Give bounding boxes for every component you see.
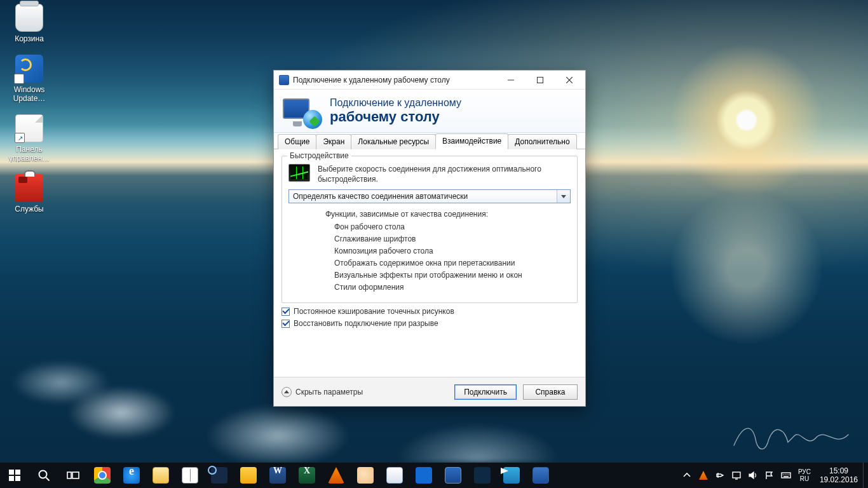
tray-clock[interactable]: 15:09 19.02.2016 (815, 466, 863, 484)
tab-strip: Общие Экран Локальные ресурсы Взаимодейс… (274, 133, 585, 149)
connection-speed-combobox[interactable]: Определять качество соединения автоматич… (288, 189, 571, 203)
total-commander-icon (182, 467, 198, 484)
maximize-button[interactable] (526, 71, 555, 90)
help-button[interactable]: Справка (523, 384, 578, 400)
show-desktop-button[interactable] (863, 463, 867, 488)
desktop-icon-recycle-bin[interactable]: Корзина (5, 4, 53, 43)
lang-primary: РУС (798, 468, 811, 475)
func-item: Визуальные эффекты при отображении меню … (325, 271, 571, 280)
chrome-icon (94, 467, 111, 484)
tray-language[interactable]: РУС RU (794, 468, 815, 482)
start-button[interactable] (0, 463, 29, 488)
search-button[interactable] (29, 463, 58, 488)
app-icon (416, 467, 432, 484)
desktop-icon-control-panel[interactable]: Панель управлен… (5, 114, 53, 163)
dialog-banner: Подключение к удаленному рабочему столу (274, 90, 585, 133)
func-item: Стили оформления (325, 283, 571, 292)
desktop-icon-label: Панель управлен… (5, 145, 53, 163)
func-item: Сглаживание шрифтов (325, 234, 571, 243)
magnifier-icon (211, 467, 227, 484)
group-performance: Быстродействие Выберите скорость соедине… (281, 156, 578, 303)
checkbox-reconnect[interactable]: Восстановить подключение при разрыве (281, 319, 578, 328)
desktop-wallpaper: Корзина Windows Update… Панель управлен…… (0, 0, 868, 463)
performance-instruction: Выберите скорость соединения для достиже… (318, 164, 571, 184)
func-item: Фон рабочего стола (325, 222, 571, 231)
taskbar-app-vlc[interactable] (322, 463, 351, 488)
checkbox-bitmap-caching[interactable]: Постоянное кэширование точечных рисунков (281, 307, 578, 316)
banner-line2: рабочему столу (330, 109, 461, 125)
ie-icon (123, 467, 140, 484)
minimize-button[interactable] (496, 71, 526, 90)
svg-rect-6 (67, 472, 71, 478)
wallpaper-signature (731, 417, 851, 455)
taskbar-app-pin[interactable] (409, 463, 438, 488)
tray-vlc-icon[interactable] (695, 463, 712, 488)
tray-overflow[interactable] (679, 463, 695, 488)
rdp-dialog: Подключение к удаленному рабочему столу … (273, 70, 586, 407)
rdp-banner-icon (283, 95, 321, 128)
document-icon (386, 467, 403, 484)
taskbar-app-outlook[interactable] (234, 463, 263, 488)
tab-display[interactable]: Экран (316, 134, 351, 149)
tab-body-experience: Быстродействие Выберите скорость соедине… (274, 149, 585, 377)
tray-flag-icon[interactable] (761, 463, 778, 488)
taskbar-app-chrome[interactable] (88, 463, 117, 488)
taskbar-app-ie[interactable] (117, 463, 146, 488)
checkbox-label: Постоянное кэширование точечных рисунков (294, 307, 454, 316)
svg-rect-2 (15, 470, 20, 475)
services-icon (15, 174, 43, 202)
svg-rect-0 (538, 77, 543, 83)
tray-volume-icon[interactable] (745, 463, 761, 488)
taskbar-app-search[interactable] (205, 463, 234, 488)
hide-options-label: Скрыть параметры (295, 388, 363, 396)
svg-rect-9 (782, 473, 790, 478)
svg-point-5 (39, 471, 47, 478)
desktop-icon-services[interactable]: Службы (5, 174, 53, 214)
tab-advanced[interactable]: Дополнительно (508, 134, 576, 149)
close-button[interactable] (555, 71, 584, 90)
taskbar-app-rdp[interactable] (526, 463, 555, 488)
rdp-icon (532, 467, 549, 484)
outlook-icon (240, 467, 257, 484)
taskbar-app-word[interactable] (263, 463, 292, 488)
svg-rect-3 (9, 476, 14, 481)
taskbar-app-telegram[interactable] (497, 463, 526, 488)
windows-update-icon (15, 55, 43, 83)
taskbar-app-explorer[interactable] (146, 463, 175, 488)
window-title: Подключение к удаленному рабочему столу (293, 76, 496, 85)
taskbar-app-monitor[interactable] (438, 463, 468, 488)
recycle-bin-icon (15, 4, 43, 32)
desktop-icon-label: Службы (15, 205, 43, 214)
desktop-icon-windows-update[interactable]: Windows Update… (5, 55, 53, 103)
taskbar-app-viewer[interactable] (468, 463, 497, 488)
clock-time: 15:09 (829, 466, 848, 475)
tray-network-icon[interactable] (728, 463, 745, 488)
svg-rect-8 (733, 472, 740, 478)
svg-rect-4 (15, 476, 20, 481)
palette-icon (357, 467, 374, 484)
checkbox-icon (281, 320, 290, 328)
tray-power-icon[interactable] (712, 463, 728, 488)
chevron-down-icon (561, 195, 566, 198)
taskbar-app-totalcmd[interactable] (175, 463, 205, 488)
clock-date: 19.02.2016 (820, 475, 858, 484)
taskbar-app-paint[interactable] (351, 463, 380, 488)
tab-local-resources[interactable]: Локальные ресурсы (351, 134, 436, 149)
connect-button[interactable]: Подключить (454, 384, 517, 400)
tab-experience[interactable]: Взаимодействие (435, 133, 508, 149)
func-item: Отображать содержимое окна при перетаски… (325, 259, 571, 268)
hide-options-toggle[interactable]: Скрыть параметры (281, 387, 363, 397)
telegram-icon (503, 467, 520, 484)
tab-general[interactable]: Общие (278, 134, 316, 149)
svg-rect-7 (72, 472, 79, 478)
titlebar[interactable]: Подключение к удаленному рабочему столу (274, 71, 585, 90)
excel-icon (299, 467, 315, 484)
performance-icon (288, 164, 310, 182)
task-view-button[interactable] (58, 463, 88, 488)
taskbar-app-notepad[interactable] (380, 463, 409, 488)
desktop-icon-label: Корзина (15, 34, 44, 43)
taskbar-app-excel[interactable] (292, 463, 322, 488)
banner-line1: Подключение к удаленному (330, 97, 461, 109)
tray-keyboard-icon[interactable] (778, 463, 794, 488)
svg-rect-1 (9, 470, 14, 475)
